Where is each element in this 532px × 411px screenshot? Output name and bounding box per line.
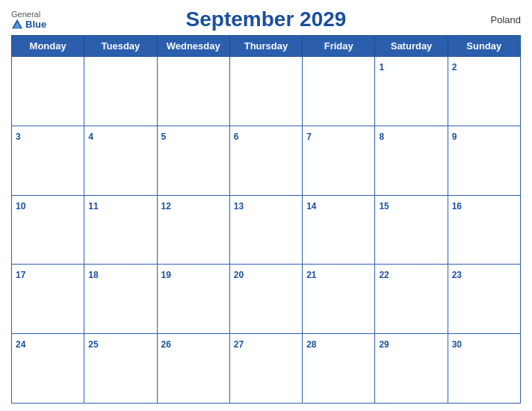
day-number: 23	[452, 270, 462, 280]
day-number: 28	[306, 339, 316, 350]
day-number: 10	[16, 201, 25, 211]
day-number: 12	[161, 201, 171, 211]
calendar-cell: 14	[303, 195, 375, 265]
country-label: Poland	[491, 14, 521, 25]
weekday-saturday: Saturday	[375, 36, 448, 57]
day-number: 16	[452, 201, 462, 211]
calendar-cell: 4	[84, 126, 157, 195]
calendar-cell: 28	[303, 334, 375, 404]
weekday-friday: Friday	[303, 36, 375, 57]
day-number: 25	[88, 339, 98, 350]
day-number: 6	[234, 132, 239, 142]
calendar-cell: 3	[12, 126, 84, 195]
calendar-cell: 29	[375, 334, 448, 404]
day-number: 18	[88, 270, 98, 280]
day-number: 20	[234, 270, 244, 280]
calendar-cell: 11	[84, 195, 157, 265]
calendar-header: General Blue September 2029 Poland	[11, 7, 521, 31]
day-number: 22	[379, 270, 389, 280]
logo: General Blue	[11, 10, 46, 30]
day-number: 15	[379, 201, 389, 211]
day-number: 26	[161, 339, 171, 350]
weekday-thursday: Thursday	[229, 36, 302, 57]
calendar-cell: 19	[157, 265, 229, 334]
day-number: 1	[379, 62, 384, 72]
calendar-cell: 8	[375, 126, 448, 195]
calendar-cell: 5	[157, 126, 229, 195]
calendar-cell	[157, 57, 229, 126]
calendar-cell: 25	[84, 334, 157, 404]
weekday-wednesday: Wednesday	[157, 36, 229, 57]
day-number: 3	[16, 132, 21, 142]
calendar-header-row: Monday Tuesday Wednesday Thursday Friday…	[12, 36, 521, 57]
calendar-cell: 2	[448, 57, 520, 126]
calendar-cell: 30	[448, 334, 520, 404]
calendar-cell: 16	[448, 195, 520, 265]
day-number: 9	[452, 132, 457, 142]
calendar-cell	[303, 57, 375, 126]
calendar-cell: 6	[229, 126, 302, 195]
page-title: September 2029	[186, 7, 347, 31]
calendar-cell: 21	[303, 265, 375, 334]
day-number: 29	[379, 339, 389, 350]
calendar-cell: 17	[12, 265, 84, 334]
calendar-cell: 24	[12, 334, 84, 404]
calendar-cell: 22	[375, 265, 448, 334]
day-number: 8	[379, 132, 384, 142]
day-number: 17	[16, 270, 25, 280]
day-number: 27	[234, 339, 244, 350]
day-number: 13	[234, 201, 244, 211]
day-number: 30	[452, 339, 462, 350]
calendar-cell: 18	[84, 265, 157, 334]
calendar-cell: 10	[12, 195, 84, 265]
day-number: 11	[88, 201, 98, 211]
logo-general: General	[11, 10, 40, 19]
calendar-cell: 12	[157, 195, 229, 265]
logo-blue: Blue	[25, 19, 46, 30]
calendar-cell	[12, 57, 84, 126]
calendar-cell: 27	[229, 334, 302, 404]
calendar-body: 1234567891011121314151617181920212223242…	[12, 57, 521, 404]
day-number: 19	[161, 270, 171, 280]
calendar-cell: 9	[448, 126, 520, 195]
weekday-sunday: Sunday	[448, 36, 520, 57]
calendar-cell	[84, 57, 157, 126]
calendar-cell: 15	[375, 195, 448, 265]
day-number: 14	[306, 201, 316, 211]
weekday-monday: Monday	[12, 36, 84, 57]
calendar-cell: 13	[229, 195, 302, 265]
day-number: 5	[161, 132, 167, 142]
calendar-cell: 20	[229, 265, 302, 334]
calendar-cell	[229, 57, 302, 126]
logo-icon	[11, 19, 23, 29]
calendar-cell: 1	[375, 57, 448, 126]
calendar-cell: 23	[448, 265, 520, 334]
calendar-table: Monday Tuesday Wednesday Thursday Friday…	[11, 35, 521, 404]
day-number: 21	[306, 270, 316, 280]
weekday-tuesday: Tuesday	[84, 36, 157, 57]
calendar-cell: 26	[157, 334, 229, 404]
day-number: 2	[452, 62, 457, 72]
calendar-cell: 7	[303, 126, 375, 195]
day-number: 7	[306, 132, 312, 142]
day-number: 4	[88, 132, 93, 142]
day-number: 24	[16, 339, 25, 350]
